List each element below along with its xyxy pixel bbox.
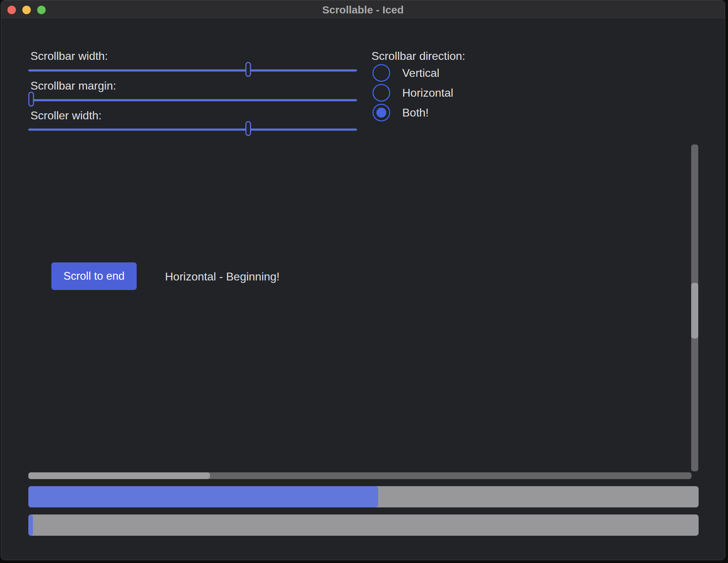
radio-dot-icon [376,108,386,118]
progressbar-fill [28,486,378,507]
radio-vertical[interactable] [372,64,390,82]
scrollbar-direction-label: Scrollbar direction: [371,50,465,63]
horizontal-scrollbar[interactable] [28,472,692,479]
scrollbar-margin-slider[interactable] [28,99,357,101]
radio-horizontal-label[interactable]: Horizontal [402,86,453,99]
scrollbar-margin-label: Scrollbar margin: [30,79,116,92]
window-title: Scrollable - Iced [1,0,725,19]
horizontal-scroll-progressbar [28,514,699,536]
scroll-to-end-button[interactable]: Scroll to end [51,262,137,290]
radio-both-label[interactable]: Both! [402,106,429,119]
vertical-scrollbar-thumb[interactable] [691,283,698,339]
vertical-scroll-progressbar [28,486,699,507]
scroller-width-slider[interactable] [28,129,357,131]
scrollbar-width-label: Scrollbar width: [30,50,108,63]
scroller-width-slider-handle[interactable] [245,121,251,136]
radio-both[interactable] [372,104,390,121]
scrollbar-width-slider[interactable] [28,69,357,72]
scrollbar-width-slider-handle[interactable] [245,62,251,77]
progressbar-fill [28,514,33,536]
scroll-status-text: Horizontal - Beginning! [165,270,280,283]
radio-horizontal[interactable] [372,84,390,102]
app-window: Scrollable - Iced Scrollbar width: Scrol… [1,0,725,560]
titlebar: Scrollable - Iced [1,0,725,19]
radio-vertical-label[interactable]: Vertical [402,67,439,80]
horizontal-scrollbar-thumb[interactable] [28,472,210,479]
scrollbar-margin-slider-handle[interactable] [28,92,34,107]
vertical-scrollbar[interactable] [691,144,698,471]
scroller-width-label: Scroller width: [30,109,102,122]
